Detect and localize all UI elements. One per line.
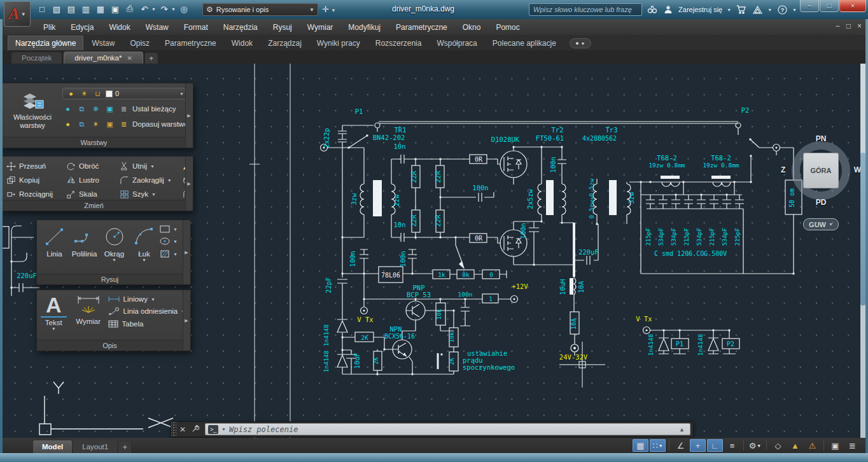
layer-unisolate-icon[interactable]: ⧉	[76, 119, 87, 130]
set-current-button[interactable]: Ustal bieżący	[132, 105, 176, 113]
infer-constraints-icon[interactable]: ∠	[673, 439, 689, 452]
new-file-icon[interactable]: □	[36, 3, 48, 15]
menu-item-wymiar[interactable]: Wymiar	[300, 20, 341, 34]
user-icon[interactable]	[662, 4, 674, 15]
panel-expand-arrow[interactable]: ▶	[183, 290, 190, 351]
ellipse-tool-button[interactable]: ▼	[159, 237, 182, 246]
polyline-button[interactable]: Polilinia	[69, 223, 99, 258]
match-layer-button[interactable]: Dopasuj warstwę	[132, 120, 188, 128]
ribbon-tab-2[interactable]: Wstaw	[85, 36, 122, 50]
close-tab-icon[interactable]: ✕	[127, 55, 132, 62]
panel-expand-arrow[interactable]: ▶	[183, 220, 190, 284]
ribbon-tab-1[interactable]: Narzędzia główne	[8, 36, 83, 50]
sign-in-link[interactable]: Zarejestruj się	[678, 6, 722, 13]
lineweight-icon[interactable]: ≡	[724, 439, 740, 452]
grid-display-icon[interactable]: ▦	[633, 439, 648, 452]
menu-item-narzędzia[interactable]: Narzędzia	[216, 20, 265, 34]
chevron-down-icon[interactable]: ▼	[767, 8, 772, 12]
viewcube[interactable]: PN PD Z W GÓRA	[789, 139, 853, 202]
line-button[interactable]: Linia	[39, 223, 69, 258]
menu-item-widok[interactable]: Widok	[101, 20, 137, 34]
help-icon[interactable]: ?	[776, 4, 788, 15]
ribbon-tab-8[interactable]: Rozszerzenia	[368, 36, 429, 50]
menu-item-pomoc[interactable]: Pomoc	[488, 20, 527, 34]
hatch-tool-button[interactable]: ▼	[159, 249, 182, 259]
settings-gear-icon[interactable]: ⚙▼	[747, 439, 763, 452]
mirror-button[interactable]: Lustro	[66, 176, 120, 185]
layer-on-icon[interactable]: ●	[62, 119, 73, 130]
vertical-scrollbar[interactable]	[860, 64, 865, 438]
layer-dropdown[interactable]: ● ☀ ⊔ 0 ▼	[62, 88, 187, 99]
pan-icon[interactable]: ✛▼	[322, 4, 336, 14]
menu-item-rysuj[interactable]: Rysuj	[265, 20, 300, 34]
close-button[interactable]: ×	[839, 0, 866, 12]
snap-mode-icon[interactable]: ∷▼	[650, 439, 666, 452]
minimize-button[interactable]: −	[800, 0, 819, 12]
panel-expand-arrow[interactable]: ▶	[185, 157, 192, 211]
viewcube-top-face[interactable]: GÓRA	[803, 153, 839, 188]
circle-button[interactable]: Okrąg ▼	[99, 223, 129, 262]
trim-button[interactable]: Utnij▼	[120, 162, 182, 171]
array-button[interactable]: Szyk▼	[120, 190, 182, 199]
chevron-down-icon[interactable]: ▼	[757, 444, 761, 448]
text-button[interactable]: A Tekst ▼	[41, 293, 67, 331]
copy-button[interactable]: Kopiuj	[6, 176, 66, 185]
doc-restore-icon[interactable]: □	[846, 22, 851, 31]
new-tab-button[interactable]: +	[145, 53, 158, 64]
clean-screen-icon[interactable]: ▣	[827, 439, 843, 452]
viewcube-south[interactable]: PD	[789, 198, 853, 207]
chevron-down-icon[interactable]: ▼	[221, 427, 226, 431]
restore-button[interactable]: □	[820, 0, 839, 12]
redo-icon[interactable]: ↷	[158, 3, 171, 15]
table-button[interactable]: Tabela	[108, 319, 186, 328]
chevron-down-icon[interactable]: ▼	[792, 8, 797, 12]
application-menu-button[interactable]: A▼	[4, 1, 31, 27]
layer-off-icon[interactable]: ●	[62, 104, 73, 115]
rotate-button[interactable]: Obróć	[66, 162, 120, 171]
save-icon[interactable]: ▤	[65, 3, 78, 15]
close-icon[interactable]: ✕	[176, 425, 189, 434]
menu-item-modyfikuj[interactable]: Modyfikuj	[340, 20, 388, 34]
open-file-icon[interactable]: ▧	[50, 3, 63, 15]
layer-freeze-icon[interactable]: ❄	[90, 104, 101, 115]
linear-dimension-button[interactable]: Liniowy▼	[108, 295, 186, 303]
save-as-icon[interactable]: ▥	[80, 3, 92, 15]
file-tab-drawing[interactable]: driver_m0nka* ✕	[64, 52, 143, 64]
arc-button[interactable]: Łuk ▼	[129, 223, 159, 262]
dimension-button[interactable]: Wymiar	[76, 293, 101, 325]
menu-item-okno[interactable]: Okno	[455, 20, 489, 34]
layer-set-icon[interactable]: ≣	[118, 104, 129, 115]
ribbon-tab-3[interactable]: Opisz	[123, 36, 157, 50]
menu-item-edycja[interactable]: Edycja	[63, 20, 101, 34]
wrench-icon[interactable]	[189, 424, 202, 435]
customize-icon[interactable]: ≣	[844, 439, 860, 452]
leader-button[interactable]: Linia odniesienia▼	[108, 307, 186, 316]
fillet-button[interactable]: Zaokrąglij▼	[120, 176, 182, 185]
menu-item-format[interactable]: Format	[176, 20, 216, 34]
menu-item-parametryczne[interactable]: Parametryczne	[388, 20, 455, 34]
upload-icon[interactable]: ▦	[94, 3, 107, 15]
move-button[interactable]: Przesuń	[6, 162, 66, 171]
undo-icon[interactable]: ↶	[138, 3, 151, 15]
layer-match-icon[interactable]: ≣	[118, 119, 129, 130]
menu-item-plik[interactable]: Plik	[36, 20, 63, 34]
stretch-button[interactable]: Rozciągnij	[6, 190, 66, 199]
layer-thaw-icon[interactable]: ☀	[90, 119, 101, 130]
viewcube-west[interactable]: Z	[781, 165, 785, 174]
panel-expand-arrow[interactable]: ▶	[185, 83, 192, 148]
mobile-icon[interactable]: ▣	[109, 3, 122, 15]
new-layout-button[interactable]: +	[118, 442, 131, 453]
ribbon-tab-10[interactable]: Polecane aplikacje	[486, 36, 563, 50]
doc-minimize-icon[interactable]: −	[836, 22, 840, 31]
ucs-dropdown[interactable]: GUW▼	[803, 218, 839, 230]
layout1-tab[interactable]: Layout1	[73, 440, 117, 453]
model-tab[interactable]: Model	[33, 440, 72, 453]
command-history-toggle[interactable]: ▲	[679, 426, 687, 433]
ribbon-tab-4[interactable]: Parametryczne	[158, 36, 223, 50]
viewcube-north[interactable]: PN	[789, 134, 853, 143]
layer-lock-icon[interactable]: ▣	[104, 104, 115, 115]
annotation-monitor-icon[interactable]: ▲	[787, 439, 803, 452]
ribbon-tab-9[interactable]: Współpraca	[430, 36, 484, 50]
a360-icon[interactable]	[752, 4, 763, 15]
cart-icon[interactable]	[736, 4, 747, 15]
